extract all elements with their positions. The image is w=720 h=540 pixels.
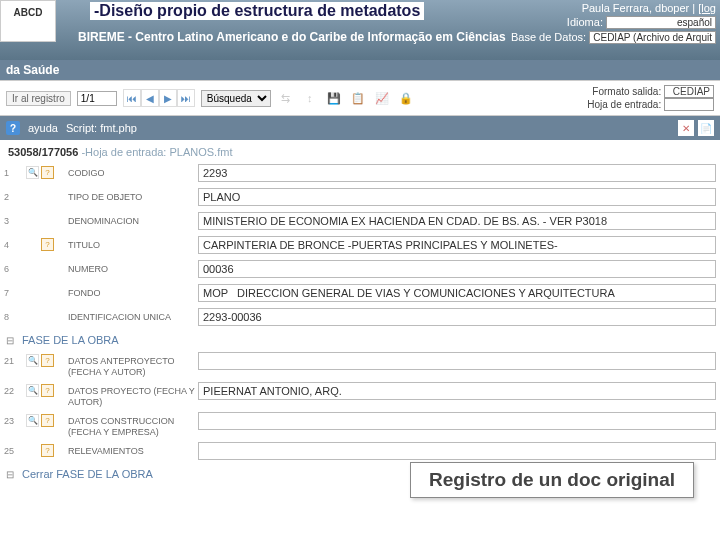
swap-icon[interactable]: ⇆	[277, 89, 295, 107]
app-header: ABCD -Diseño propio de estructura de met…	[0, 0, 720, 60]
magnify-icon[interactable]: 🔍	[26, 414, 39, 427]
keys-icon[interactable]: ↕	[301, 89, 319, 107]
field-icons: ?	[26, 442, 68, 457]
field-icons	[26, 260, 68, 275]
field-input[interactable]	[198, 212, 716, 230]
field-label: RELEVAMIENTOS	[68, 442, 198, 457]
field-icons: 🔍?	[26, 352, 68, 367]
user-name: Paula Ferrara, dboper |	[582, 2, 699, 14]
field-num: 8	[4, 308, 26, 322]
hoja-label: Hoja de entrada:	[587, 99, 661, 110]
copy-icon[interactable]: 📋	[349, 89, 367, 107]
field-row: 7FONDO	[4, 282, 716, 306]
help-label[interactable]: ayuda	[28, 122, 58, 134]
nav-first-icon[interactable]: ⏮	[123, 89, 141, 107]
field-icons	[26, 188, 68, 203]
field-num: 22	[4, 382, 26, 396]
chart-icon[interactable]: 📈	[373, 89, 391, 107]
field-icons: ?	[26, 236, 68, 251]
record-info: 53058/177056 -Hoja de entrada: PLANOS.fm…	[0, 140, 720, 160]
logout-link[interactable]: [log	[698, 2, 716, 14]
field-icons	[26, 308, 68, 323]
field-input[interactable]	[198, 188, 716, 206]
field-row: 21🔍?DATOS ANTEPROYECTO (FECHA Y AUTOR)	[4, 350, 716, 380]
field-num: 25	[4, 442, 26, 456]
nav-next-icon[interactable]: ▶	[159, 89, 177, 107]
nav-prev-icon[interactable]: ◀	[141, 89, 159, 107]
help-field-icon[interactable]: ?	[41, 414, 54, 427]
field-row: 8IDENTIFICACION UNICA	[4, 306, 716, 330]
help-field-icon[interactable]: ?	[41, 238, 54, 251]
field-input[interactable]	[198, 442, 716, 460]
field-input[interactable]	[198, 308, 716, 326]
field-icons	[26, 212, 68, 227]
field-input[interactable]	[198, 352, 716, 370]
field-label: IDENTIFICACION UNICA	[68, 308, 198, 323]
help-field-icon[interactable]: ?	[41, 354, 54, 367]
pager-input[interactable]	[77, 91, 117, 106]
magnify-icon[interactable]: 🔍	[26, 354, 39, 367]
help-field-icon[interactable]: ?	[41, 166, 54, 179]
field-input[interactable]	[198, 412, 716, 430]
saude-bar: da Saúde	[0, 60, 720, 80]
field-label: TITULO	[68, 236, 198, 251]
field-row: 22🔍?DATOS PROYECTO (FECHA Y AUTOR)	[4, 380, 716, 410]
field-num: 6	[4, 260, 26, 274]
field-row: 4?TITULO	[4, 234, 716, 258]
field-label: FONDO	[68, 284, 198, 299]
collapse-icon[interactable]: ⊟	[4, 335, 22, 346]
field-input[interactable]	[198, 382, 716, 400]
field-input[interactable]	[198, 284, 716, 302]
bireme-subtitle: BIREME - Centro Latino Americano e do Ca…	[78, 30, 506, 44]
lock-icon[interactable]: 🔒	[397, 89, 415, 107]
db-label: Base de Datos:	[511, 31, 586, 43]
magnify-icon[interactable]: 🔍	[26, 166, 39, 179]
field-label: DATOS ANTEPROYECTO (FECHA Y AUTOR)	[68, 352, 198, 378]
field-num: 21	[4, 352, 26, 366]
field-icons: 🔍?	[26, 164, 68, 179]
fmt-label: Formato salida:	[592, 86, 661, 97]
tool-close-icon[interactable]: ✕	[678, 120, 694, 136]
section-title: FASE DE LA OBRA	[22, 334, 119, 346]
slide-title: -Diseño propio de estructura de metadato…	[90, 2, 424, 20]
script-label: Script: fmt.php	[66, 122, 137, 134]
idioma-value[interactable]: español	[606, 16, 716, 29]
help-field-icon[interactable]: ?	[41, 444, 54, 457]
help-icon[interactable]: ?	[6, 121, 20, 135]
help-field-icon[interactable]: ?	[41, 384, 54, 397]
save-icon[interactable]: 💾	[325, 89, 343, 107]
caption-annotation: Registro de un doc original	[410, 462, 694, 498]
hoja-value[interactable]	[664, 98, 714, 111]
field-label: DATOS PROYECTO (FECHA Y AUTOR)	[68, 382, 198, 408]
field-icons: 🔍?	[26, 412, 68, 427]
field-row: 6NUMERO	[4, 258, 716, 282]
field-num: 1	[4, 164, 26, 178]
field-input[interactable]	[198, 236, 716, 254]
fmt-value[interactable]: CEDIAP	[664, 85, 714, 98]
field-icons: 🔍?	[26, 382, 68, 397]
field-icons	[26, 284, 68, 299]
section-fase-obra[interactable]: ⊟ FASE DE LA OBRA	[4, 330, 716, 350]
field-num: 2	[4, 188, 26, 202]
field-row: 25?RELEVAMIENTOS	[4, 440, 716, 464]
magnify-icon[interactable]: 🔍	[26, 384, 39, 397]
field-num: 23	[4, 412, 26, 426]
logo-abcd: ABCD	[0, 0, 56, 42]
collapse-close-icon[interactable]: ⊟	[4, 469, 22, 480]
record-counter: 53058/177056	[8, 146, 78, 158]
search-select[interactable]: Búsqueda	[201, 90, 271, 107]
field-input[interactable]	[198, 260, 716, 278]
header-right: Paula Ferrara, dboper | [log Idioma: esp…	[511, 2, 716, 46]
goto-record-button[interactable]: Ir al registro	[6, 91, 71, 106]
field-row: 2TIPO DE OBJETO	[4, 186, 716, 210]
toolbar: Ir al registro ⏮ ◀ ▶ ⏭ Búsqueda ⇆ ↕ 💾 📋 …	[0, 80, 720, 116]
tool-doc-icon[interactable]: 📄	[698, 120, 714, 136]
field-row: 3DENOMINACION	[4, 210, 716, 234]
db-value[interactable]: CEDIAP (Archivo de Arquit	[589, 31, 716, 44]
field-input[interactable]	[198, 164, 716, 182]
field-label: DATOS CONSTRUCCION (FECHA Y EMPRESA)	[68, 412, 198, 438]
field-row: 23🔍?DATOS CONSTRUCCION (FECHA Y EMPRESA)	[4, 410, 716, 440]
field-label: CODIGO	[68, 164, 198, 179]
record-hoja: -Hoja de entrada: PLANOS.fmt	[81, 146, 232, 158]
nav-last-icon[interactable]: ⏭	[177, 89, 195, 107]
